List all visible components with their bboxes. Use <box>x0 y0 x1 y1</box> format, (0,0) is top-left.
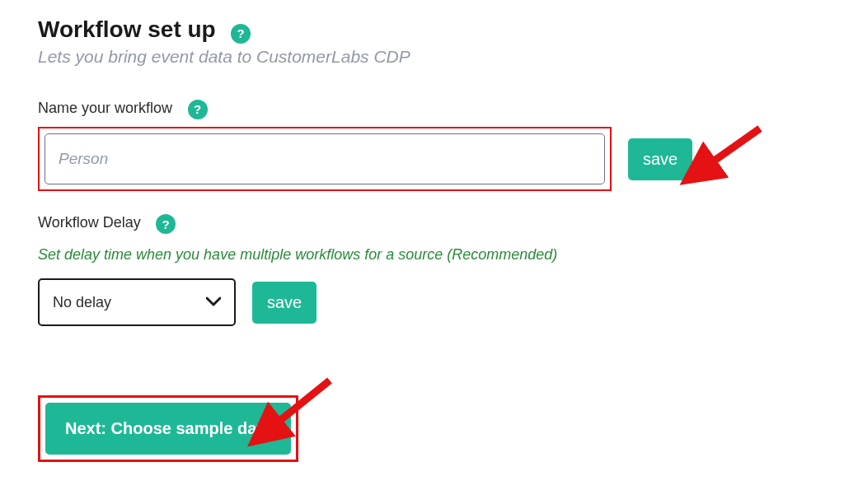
workflow-name-section: Name your workflow ? save <box>38 100 806 191</box>
chevron-down-icon <box>206 296 221 309</box>
next-button[interactable]: Next: Choose sample data <box>45 403 291 455</box>
save-button[interactable]: save <box>252 282 316 324</box>
help-icon[interactable]: ? <box>231 24 251 44</box>
workflow-delay-label: Workflow Delay <box>38 214 141 231</box>
workflow-name-input[interactable] <box>45 133 605 184</box>
page-subtitle: Lets you bring event data to CustomerLab… <box>38 47 806 67</box>
help-icon[interactable]: ? <box>156 214 176 234</box>
workflow-delay-selected: No delay <box>53 294 111 311</box>
highlight-box: Next: Choose sample data <box>38 395 298 462</box>
page-title: Workflow set up <box>38 16 216 43</box>
workflow-delay-section: Workflow Delay ? Set delay time when you… <box>38 214 806 326</box>
save-button[interactable]: save <box>628 138 692 180</box>
header-row: Workflow set up ? <box>38 16 806 44</box>
workflow-name-input-row: save <box>38 127 806 191</box>
workflow-delay-label-row: Workflow Delay ? <box>38 214 806 241</box>
workflow-name-label: Name your workflow <box>38 100 172 117</box>
workflow-delay-select[interactable]: No delay <box>38 278 236 326</box>
highlight-box <box>38 127 612 191</box>
help-icon[interactable]: ? <box>188 100 208 119</box>
workflow-name-label-row: Name your workflow ? <box>38 100 806 127</box>
workflow-delay-hint: Set delay time when you have multiple wo… <box>38 246 806 264</box>
workflow-delay-input-row: No delay save <box>38 278 806 326</box>
